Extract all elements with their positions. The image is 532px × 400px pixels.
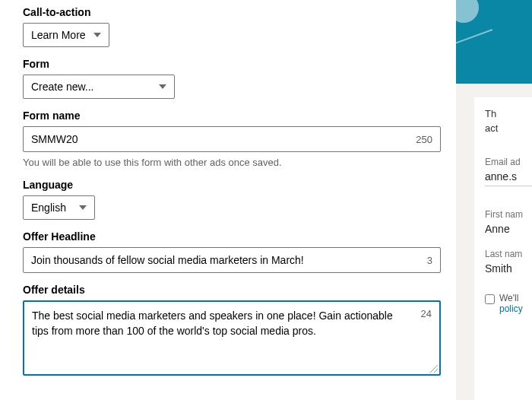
preview-consent-link[interactable]: policy (499, 303, 523, 314)
form-name-label: Form name (23, 110, 441, 122)
preview-consent-row: We'll policy (485, 293, 532, 314)
form-field: Form Create new... (23, 58, 441, 99)
preview-top-line-2: act (485, 122, 532, 134)
preview-lastname-section: Last nam Smith (485, 249, 532, 275)
headline-field: Offer Headline 3 (23, 230, 441, 273)
form-name-counter: 250 (416, 134, 432, 145)
caret-down-icon (159, 84, 166, 89)
preview-consent-text: We'll policy (499, 293, 523, 314)
preview-hero-image (456, 0, 532, 84)
language-field: Language English (23, 179, 441, 220)
preview-email-section: Email ad anne.s (485, 157, 532, 186)
cta-label: Call-to-action (23, 6, 441, 18)
form-dropdown[interactable]: Create new... (23, 75, 175, 99)
preview-top-line-1: Th (485, 108, 532, 119)
cta-dropdown[interactable]: Learn More (23, 23, 109, 47)
headline-counter: 3 (427, 255, 432, 266)
preview-firstname-section: First nam Anne (485, 209, 532, 235)
viewport: Call-to-action Learn More Form Create ne… (0, 0, 532, 400)
preview-email-value: anne.s (485, 170, 532, 186)
form-name-field: Form name 250 You will be able to use th… (23, 110, 441, 168)
preview-firstname-label: First nam (485, 209, 532, 220)
preview-email-label: Email ad (485, 157, 532, 167)
cta-field: Call-to-action Learn More (23, 6, 441, 47)
form-name-input-wrap: 250 (23, 126, 441, 152)
details-textarea-wrap: 24 (23, 300, 441, 376)
preview-panel: Th act Email ad anne.s First nam Anne La… (456, 0, 532, 400)
form-label: Form (23, 58, 441, 70)
preview-lastname-value: Smith (485, 262, 532, 275)
language-label: Language (23, 179, 441, 191)
preview-card: Th act Email ad anne.s First nam Anne La… (474, 97, 532, 400)
details-label: Offer details (23, 284, 441, 296)
caret-down-icon (93, 33, 101, 37)
language-selected: English (31, 202, 71, 214)
language-dropdown[interactable]: English (23, 195, 95, 220)
form-selected: Create new... (31, 81, 151, 93)
cta-selected: Learn More (31, 29, 86, 41)
details-field: Offer details 24 (23, 284, 441, 376)
preview-consent-checkbox[interactable] (485, 294, 495, 304)
svg-line-1 (434, 369, 438, 373)
caret-down-icon (79, 205, 87, 210)
details-counter: 24 (421, 308, 432, 319)
form-name-input[interactable] (31, 127, 410, 151)
preview-consent-prefix: We'll (499, 293, 518, 303)
svg-line-0 (430, 365, 438, 373)
preview-lastname-label: Last nam (485, 249, 532, 259)
headline-input-wrap: 3 (23, 247, 441, 273)
headline-label: Offer Headline (23, 230, 441, 243)
headline-input[interactable] (31, 248, 421, 272)
resize-handle-icon (429, 363, 438, 373)
form-name-helper: You will be able to use this form with o… (23, 157, 441, 168)
form-editor-panel: Call-to-action Learn More Form Create ne… (0, 0, 456, 400)
preview-firstname-value: Anne (485, 223, 532, 235)
details-textarea[interactable] (32, 308, 404, 366)
